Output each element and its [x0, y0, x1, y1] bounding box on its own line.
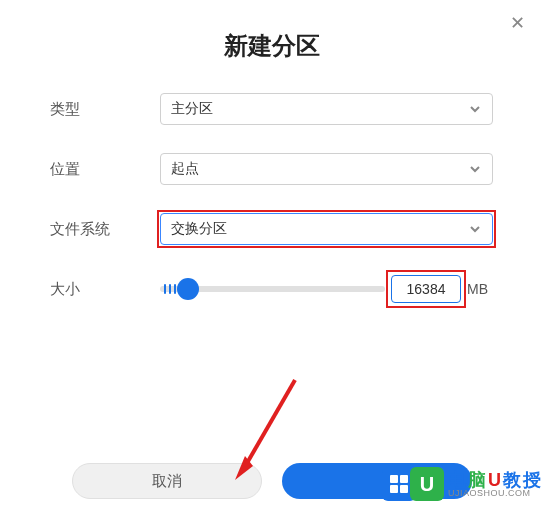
type-select-value: 主分区: [171, 100, 468, 118]
filesystem-label: 文件系统: [50, 220, 160, 239]
size-controls: MB: [160, 275, 493, 303]
filesystem-select[interactable]: 交换分区: [160, 213, 493, 245]
svg-line-0: [243, 380, 295, 470]
chevron-down-icon: [468, 102, 482, 116]
position-label: 位置: [50, 160, 160, 179]
type-label: 类型: [50, 100, 160, 119]
slider-ticks: [164, 284, 176, 294]
form: 类型 主分区 位置 起点 文件系统 交换分区: [0, 92, 543, 306]
row-filesystem: 文件系统 交换分区: [50, 212, 493, 246]
size-slider[interactable]: [160, 286, 385, 292]
cancel-button[interactable]: 取消: [72, 463, 262, 499]
chevron-down-icon: [468, 162, 482, 176]
size-input[interactable]: [391, 275, 461, 303]
row-position: 位置 起点: [50, 152, 493, 186]
slider-thumb[interactable]: [177, 278, 199, 300]
size-input-wrap: [391, 275, 461, 303]
close-icon[interactable]: ✕: [510, 12, 525, 34]
row-type: 类型 主分区: [50, 92, 493, 126]
type-select[interactable]: 主分区: [160, 93, 493, 125]
confirm-button[interactable]: [282, 463, 472, 499]
button-row: 取消: [0, 463, 543, 499]
size-label: 大小: [50, 280, 160, 299]
dialog-title: 新建分区: [0, 0, 543, 92]
position-select-value: 起点: [171, 160, 468, 178]
row-size: 大小 MB: [50, 272, 493, 306]
position-select[interactable]: 起点: [160, 153, 493, 185]
chevron-down-icon: [468, 222, 482, 236]
new-partition-dialog: ✕ 新建分区 类型 主分区 位置 起点 文件系统: [0, 0, 543, 511]
size-unit: MB: [467, 281, 493, 297]
filesystem-select-value: 交换分区: [171, 220, 468, 238]
